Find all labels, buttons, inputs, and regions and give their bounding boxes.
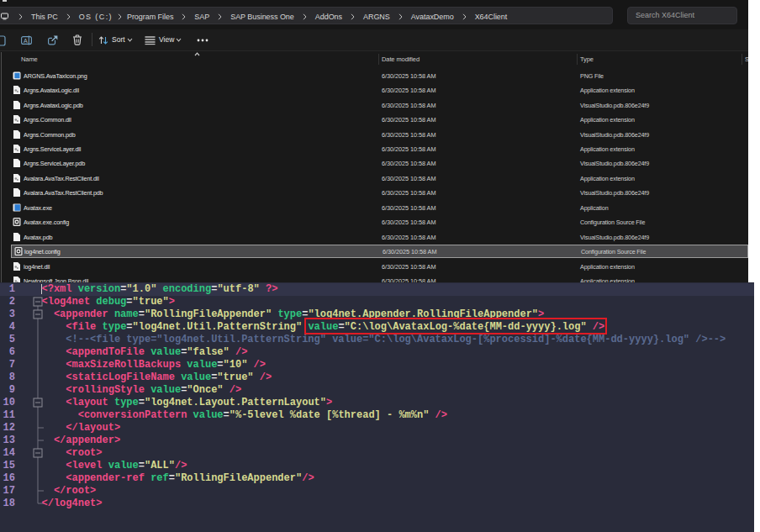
svg-text:A: A xyxy=(24,38,28,44)
